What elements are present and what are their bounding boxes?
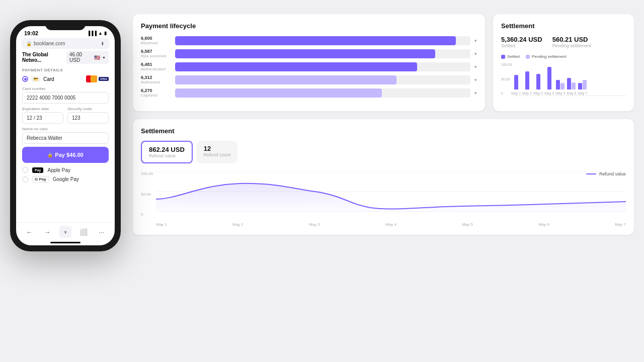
refund-value-tab[interactable]: 862.24 USD Refund value bbox=[141, 141, 193, 163]
pay-lock-icon: 🔒 bbox=[47, 152, 53, 157]
google-pay-radio[interactable] bbox=[22, 176, 28, 183]
bc-bars: May 1May 2May 3May 4May 5May 6May 7 bbox=[511, 67, 626, 96]
amount-value: 46.00 USD bbox=[69, 52, 92, 63]
lc-y-labels: 100.00 50.00 0 bbox=[141, 171, 153, 217]
merchant-row: The Global Netwo... 46.00 USD 🇺🇸 ▼ bbox=[22, 51, 109, 64]
refund-count-label: Refund count bbox=[204, 152, 231, 157]
refund-count-tab[interactable]: 12 Refund count bbox=[197, 141, 238, 163]
bc-group: May 2 bbox=[522, 71, 532, 95]
back-button[interactable]: ← bbox=[23, 226, 35, 238]
cvv-input[interactable]: 123 bbox=[67, 112, 109, 124]
pay-button[interactable]: 🔒 Pay $46.00 bbox=[22, 147, 109, 163]
flag-icon: 🇺🇸 bbox=[94, 55, 100, 60]
bc-group: May 5 bbox=[555, 80, 565, 96]
google-pay-row[interactable]: G Pay Google Pay bbox=[22, 176, 109, 183]
address-bar[interactable]: 🔒 booklane.com ⬆ bbox=[21, 38, 110, 49]
name-input[interactable]: Rebecca Walter bbox=[22, 132, 109, 144]
apple-pay-radio[interactable] bbox=[22, 167, 28, 173]
lc-bar bbox=[175, 36, 456, 45]
apple-pay-label: Apple Pay bbox=[47, 167, 70, 173]
lifecycle-bar-row: 6,481 Authenticated ▾ bbox=[141, 62, 477, 71]
expiry-label: Expiration date bbox=[22, 107, 63, 111]
google-pay-logo: G Pay bbox=[32, 176, 49, 183]
bc-x-label: May 5 bbox=[555, 92, 565, 95]
card-icon: 💳 bbox=[31, 76, 40, 82]
bc-bar-pair bbox=[525, 71, 529, 89]
refund-value: 862.24 USD bbox=[149, 146, 185, 153]
settled-amount: 5,360.24 USD Settled bbox=[501, 36, 542, 48]
bc-settled-bar bbox=[556, 80, 560, 90]
lc-label: Captured bbox=[141, 93, 171, 98]
bc-bar-pair bbox=[567, 78, 576, 89]
refund-count: 12 bbox=[204, 145, 231, 152]
address-url: booklane.com bbox=[34, 41, 65, 46]
chart-legend: Settled Pending settlement bbox=[501, 54, 626, 59]
bc-settled-bar bbox=[567, 78, 571, 89]
bar-chart: 100.00 50.00 0 May 1May 2May 3May 4May 5… bbox=[501, 63, 626, 103]
lc-bar-container bbox=[175, 88, 470, 98]
google-pay-label: Google Pay bbox=[53, 176, 79, 182]
bc-x-label: May 2 bbox=[522, 92, 532, 95]
wifi-icon: ▲ bbox=[98, 31, 103, 36]
phone-screen: 19:02 ▐▐▐ ▲ ▮ 🔒 booklane.com ⬆ bbox=[16, 26, 115, 245]
lc-value: 6,587 bbox=[141, 49, 171, 54]
lifecycle-bar-row: 6,587 Risk screened ▾ bbox=[141, 49, 477, 58]
lc-label: Received bbox=[141, 41, 171, 45]
payment-method-row[interactable]: 💳 Card VISA bbox=[22, 75, 109, 82]
lifecycle-bar-row: 6,312 Authorized ▾ bbox=[141, 75, 477, 84]
lifecycle-bar-row: 6,270 Captured ▾ bbox=[141, 88, 477, 98]
lc-meta: 6,481 Authenticated bbox=[141, 62, 171, 71]
lifecycle-panel: Payment lifecycle 6,600 Received ▾ 6,587… bbox=[133, 14, 485, 111]
card-number-input[interactable]: 2222 4000 7000 0005 bbox=[22, 92, 109, 104]
lc-legend: Refund value bbox=[586, 171, 626, 176]
expiry-input[interactable]: 12 / 23 bbox=[22, 112, 63, 124]
pending-legend-label: Pending settlement bbox=[532, 54, 567, 59]
lc-chevron-icon: ▾ bbox=[474, 64, 477, 69]
lc-legend-label: Refund value bbox=[599, 171, 626, 176]
bc-group: May 7 bbox=[578, 80, 587, 96]
lc-label: Risk screened bbox=[141, 54, 171, 58]
lc-bar-container bbox=[175, 75, 470, 84]
lc-bar bbox=[175, 88, 382, 98]
lc-chevron-icon: ▾ bbox=[474, 38, 477, 43]
lc-legend-line bbox=[586, 173, 596, 174]
forward-button[interactable]: → bbox=[41, 226, 53, 238]
lc-meta: 6,600 Received bbox=[141, 36, 171, 45]
battery-icon: ▮ bbox=[104, 31, 107, 36]
lc-bar bbox=[175, 75, 396, 84]
apple-pay-row[interactable]: Pay Apple Pay bbox=[22, 167, 109, 173]
phone-time: 19:02 bbox=[24, 30, 38, 36]
bc-pending-bar bbox=[583, 80, 587, 90]
cvv-field: Security code 123 bbox=[67, 107, 109, 124]
bc-settled-bar bbox=[514, 75, 518, 89]
settled-value: 5,360.24 USD bbox=[501, 36, 542, 43]
lc-chevron-icon: ▾ bbox=[474, 77, 477, 82]
more-button[interactable]: ··· bbox=[96, 226, 108, 238]
dropdown-icon: ▼ bbox=[102, 56, 106, 59]
card-radio[interactable] bbox=[22, 76, 28, 82]
phone-notch bbox=[45, 20, 86, 30]
alt-methods: Pay Apple Pay G Pay Google Pay bbox=[22, 167, 109, 186]
line-chart-area: Refund value 100.00 50.00 0 bbox=[141, 171, 626, 227]
card-label: Card bbox=[43, 76, 83, 82]
new-tab-button[interactable]: + bbox=[59, 226, 71, 238]
tabs-button[interactable]: ⬜ bbox=[77, 226, 90, 238]
lc-bar-container bbox=[175, 49, 470, 58]
bc-bar-pair bbox=[578, 80, 587, 90]
settled-legend: Settled bbox=[501, 54, 520, 59]
bc-bar-pair bbox=[514, 75, 518, 89]
bc-bar-pair bbox=[556, 80, 565, 90]
line-chart-svg bbox=[156, 171, 626, 217]
pay-button-label: Pay $46.00 bbox=[55, 152, 83, 158]
lifecycle-bars: 6,600 Received ▾ 6,587 Risk screened ▾ 6… bbox=[141, 36, 477, 98]
bc-group: May 1 bbox=[511, 75, 521, 95]
bc-bar-pair bbox=[536, 74, 540, 89]
settled-legend-dot bbox=[501, 55, 505, 59]
dashboard: Payment lifecycle 6,600 Received ▾ 6,587… bbox=[133, 10, 634, 235]
settlement-bottom-panel: Settlement 862.24 USD Refund value 12 Re… bbox=[133, 119, 634, 235]
lc-bar-container bbox=[175, 62, 470, 71]
settlement-amounts: 5,360.24 USD Settled 560.21 USD Pending … bbox=[501, 36, 626, 48]
line-fill bbox=[156, 184, 626, 212]
settled-label: Settled bbox=[501, 43, 542, 48]
pending-legend: Pending settlement bbox=[526, 54, 567, 59]
